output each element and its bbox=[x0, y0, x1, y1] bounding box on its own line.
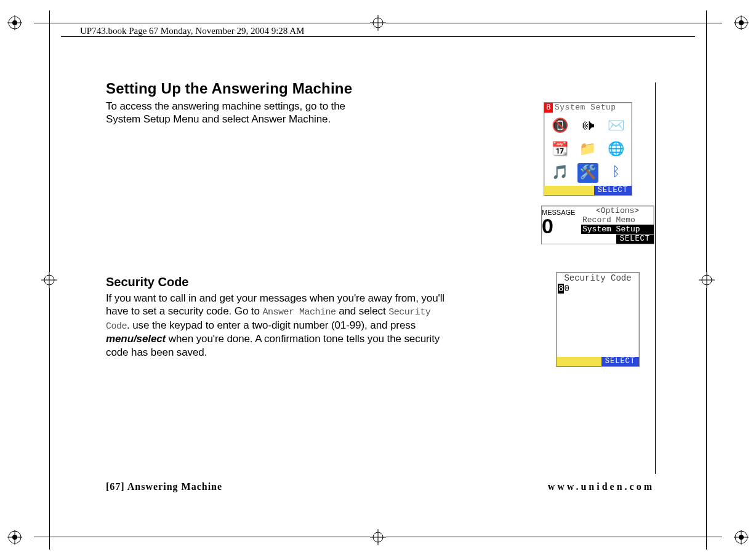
tools-icon: 🛠️ bbox=[577, 163, 598, 183]
book-header: UP743.book Page 67 Monday, November 29, … bbox=[80, 26, 308, 36]
section-heading: Setting Up the Answering Machine bbox=[106, 80, 654, 97]
phone-screen-security-code: Security Code 80 SELECT bbox=[556, 272, 640, 367]
lcd-text: Answer Machine bbox=[262, 307, 336, 318]
text: . use the keypad to enter a two-digit nu… bbox=[127, 319, 416, 331]
softkey-select: SELECT bbox=[616, 234, 654, 244]
registration-mark-icon bbox=[734, 15, 749, 30]
page-content: Setting Up the Answering Machine To acce… bbox=[106, 80, 654, 492]
calendar-icon: 📆 bbox=[549, 140, 570, 159]
security-code-value: 0 bbox=[564, 284, 569, 294]
emphasis: menu/select bbox=[106, 333, 166, 345]
registration-mark-icon bbox=[7, 15, 22, 30]
menu-title: System Setup bbox=[553, 103, 632, 113]
header-rule bbox=[61, 36, 695, 37]
softkey-left bbox=[542, 234, 616, 244]
globe-icon: 🌐 bbox=[606, 140, 627, 159]
softkey-select: SELECT bbox=[601, 357, 639, 366]
security-code-header: Security Code bbox=[557, 273, 639, 284]
security-code-cursor: 8 bbox=[558, 284, 564, 294]
registration-mark-icon bbox=[734, 530, 749, 545]
softkey-left bbox=[557, 357, 601, 366]
speaker-icon: 🕪 bbox=[577, 116, 598, 136]
envelope-icon: ✉️ bbox=[606, 116, 627, 136]
handset-icon: 📵 bbox=[549, 116, 570, 136]
page-footer-right: www.uniden.com bbox=[548, 481, 654, 492]
softkey-select: SELECT bbox=[594, 186, 632, 195]
message-count: 0 bbox=[542, 217, 581, 234]
music-icon: 🎵 bbox=[549, 163, 570, 183]
section-body: To access the answering machine settings… bbox=[106, 100, 364, 126]
phone-screen-options: MESSAGE 0 <Options> Record Memo System S… bbox=[541, 206, 654, 244]
phone-screen-system-setup: 8 System Setup 📵 🕪 ✉️ 📆 📁 🌐 🎵 🛠️ ᛒ SELEC… bbox=[544, 102, 632, 196]
text: and select bbox=[336, 305, 389, 317]
options-row-selected: System Setup bbox=[581, 225, 654, 234]
crop-target-icon bbox=[370, 529, 386, 545]
folder-icon: 📁 bbox=[577, 140, 598, 159]
bluetooth-icon: ᛒ bbox=[606, 163, 627, 183]
menu-number: 8 bbox=[544, 103, 553, 113]
crop-target-icon bbox=[370, 15, 386, 31]
options-row: Record Memo bbox=[581, 215, 654, 225]
softkey-left bbox=[544, 186, 594, 195]
subsection-body: If you want to call in and get your mess… bbox=[106, 292, 451, 359]
crop-target-icon bbox=[41, 272, 57, 288]
column-rule bbox=[655, 82, 656, 474]
page-footer-left: [67] Answering Machine bbox=[106, 481, 222, 492]
options-header: <Options> bbox=[581, 206, 654, 215]
crop-target-icon bbox=[699, 272, 715, 288]
registration-mark-icon bbox=[7, 530, 22, 545]
